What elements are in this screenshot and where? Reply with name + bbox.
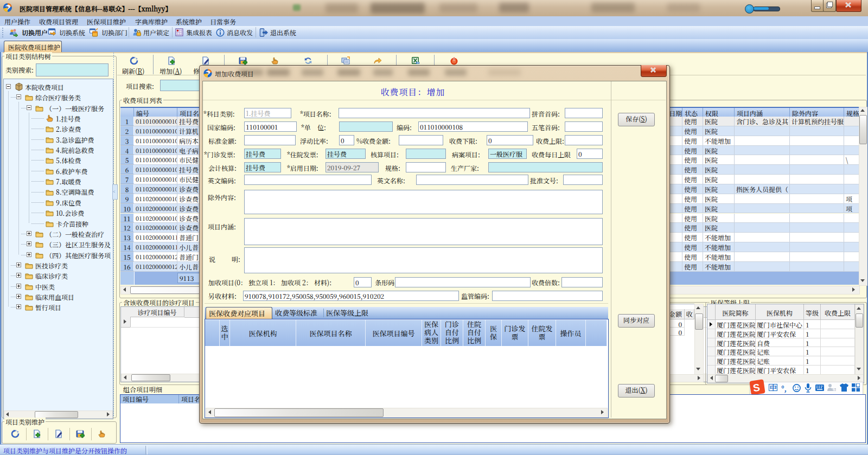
svg-text:15: 15 <box>832 387 836 392</box>
